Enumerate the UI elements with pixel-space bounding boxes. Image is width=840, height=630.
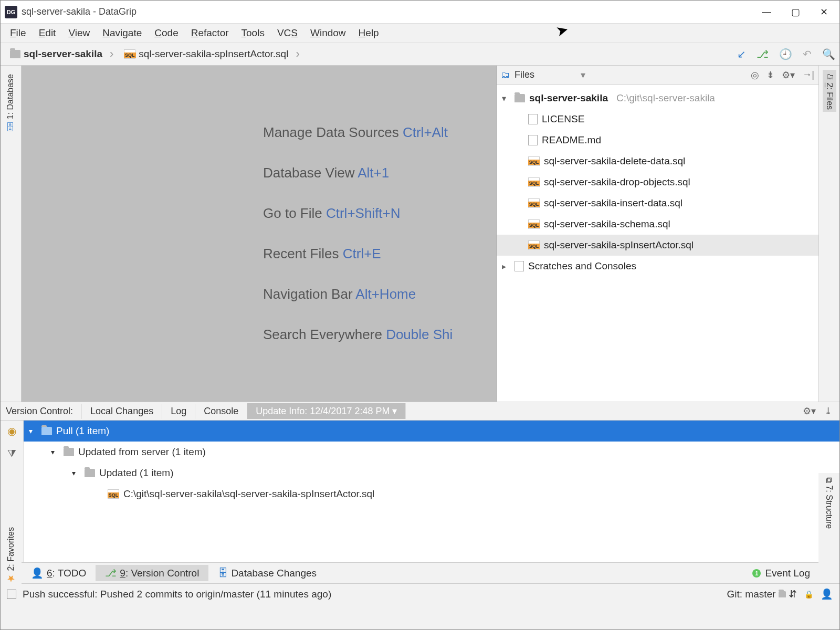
files-header-label[interactable]: Files	[514, 69, 534, 80]
vcs-history-icon[interactable]: 🕘	[779, 48, 792, 60]
vcs-update-tree: ▾ Pull (1 item) ▾ Updated from server (1…	[24, 421, 839, 562]
folder-icon	[10, 50, 20, 58]
vcs-tree-updated-from-server[interactable]: ▾ Updated from server (1 item)	[24, 442, 839, 463]
files-panel: 🗂 Files ▾ ◎ ⇟ ⚙▾ →| ▾ sql-server-sakila …	[496, 66, 818, 402]
vcs-tab-local-changes[interactable]: Local Changes	[82, 404, 162, 419]
chevron-down-icon[interactable]: ▾	[502, 93, 510, 103]
tree-file-schema[interactable]: SQLsql-server-sakila-schema.sql	[497, 214, 818, 235]
gear-icon[interactable]: ⚙▾	[782, 69, 795, 81]
search-icon[interactable]: 🔍	[822, 48, 835, 60]
memory-icon[interactable]: 👤	[821, 588, 833, 600]
close-icon[interactable]: ✕	[820, 6, 828, 18]
vcs-tree-pull[interactable]: ▾ Pull (1 item)	[24, 421, 839, 442]
collapse-icon[interactable]: ⇟	[766, 69, 774, 81]
bottom-tab-database-changes[interactable]: 🗄Database Changes	[208, 565, 326, 581]
menu-code[interactable]: Code	[149, 25, 183, 41]
event-log-badge: 1	[752, 569, 761, 578]
toolwindow-structure[interactable]: ⧉ 7: Structure	[823, 473, 835, 533]
chevron-down-icon[interactable]: ▾	[72, 469, 80, 477]
toolwindow-database[interactable]: 🗄 1: Database	[3, 72, 18, 133]
menu-help[interactable]: Help	[353, 25, 384, 41]
bottom-tab-event-log[interactable]: Event Log	[765, 568, 810, 579]
tree-file-readme[interactable]: README.md	[497, 130, 818, 151]
bottom-tab-todo[interactable]: 👤6: TODO	[22, 565, 96, 581]
status-box-icon[interactable]	[7, 590, 16, 599]
minimize-icon[interactable]: —	[762, 6, 771, 18]
left-toolwindow-bar-lower: ★ 2: Favorites	[1, 457, 22, 589]
hint-manage-datasources: Manage Data Sources Ctrl+Alt	[263, 124, 496, 141]
hide-icon[interactable]: →|	[802, 69, 814, 81]
tree-file-delete-data[interactable]: SQLsql-server-sakila-delete-data.sql	[497, 151, 818, 172]
tree-file-insert-data[interactable]: SQLsql-server-sakila-insert-data.sql	[497, 193, 818, 214]
right-toolwindow-bar: 🗂 2: Files	[818, 66, 839, 402]
menu-view[interactable]: View	[63, 25, 95, 41]
vcs-updated-from-server-label: Updated from server (1 item)	[78, 446, 206, 458]
git-branch-status[interactable]: Git: master ⇵	[727, 588, 797, 600]
vcs-branch-icon: ⎇	[105, 567, 117, 579]
titlebar: DG sql-server-sakila - DataGrip — ▢ ✕	[1, 1, 839, 24]
maximize-icon[interactable]: ▢	[791, 6, 800, 18]
menu-file[interactable]: File	[5, 25, 32, 41]
vcs-tab-update-info[interactable]: Update Info: 12/4/2017 2:48 PM ▾	[247, 403, 406, 419]
tree-project-root[interactable]: ▾ sql-server-sakila C:\git\sql-server-sa…	[497, 88, 818, 109]
files-panel-header: 🗂 Files ▾ ◎ ⇟ ⚙▾ →|	[497, 66, 818, 85]
bottom-tab-version-control[interactable]: ⎇9: Version Control	[96, 565, 208, 581]
scratches-icon	[514, 261, 524, 271]
sql-file-icon: SQL	[108, 489, 119, 499]
database-icon: 🗄	[5, 122, 16, 131]
menu-refactor[interactable]: Refactor	[186, 25, 234, 41]
vcs-tree-file[interactable]: SQL C:\git\sql-server-sakila\sql-server-…	[24, 484, 839, 505]
status-bar: Push successful: Pushed 2 commits to ori…	[1, 583, 839, 604]
vcs-tree-updated[interactable]: ▾ Updated (1 item)	[24, 463, 839, 484]
structure-icon: ⧉	[825, 477, 834, 483]
vcs-pull-icon[interactable]: ↙	[737, 48, 746, 60]
menu-vcs[interactable]: VCS	[272, 25, 303, 41]
toolwindow-files[interactable]: 🗂 2: Files	[823, 70, 836, 112]
sql-file-icon: SQL	[528, 156, 540, 166]
editor-area: Manage Data Sources Ctrl+Alt Database Vi…	[22, 66, 818, 402]
vcs-branch-icon[interactable]: ⎇	[757, 48, 769, 60]
version-control-header: Version Control: Local Changes Log Conso…	[1, 402, 839, 421]
chevron-right-icon[interactable]: ▸	[502, 261, 510, 271]
sql-file-icon: SQL	[124, 49, 135, 59]
files-toolwindow-icon: 🗂	[825, 72, 834, 80]
vcs-tab-log[interactable]: Log	[162, 404, 195, 419]
undo-icon[interactable]: ↶	[803, 48, 812, 60]
hide-panel-icon[interactable]: ⤓	[824, 405, 832, 417]
version-control-body: ◉ ⧩ ⇕ ⇵ ↩ » ▾ Pull (1 item) ▾ Updated fr…	[1, 421, 839, 562]
breadcrumb-root-label: sql-server-sakila	[24, 48, 102, 60]
chevron-down-icon[interactable]: ▾	[581, 69, 585, 81]
todo-icon: 👤	[31, 567, 44, 579]
menu-tools[interactable]: Tools	[236, 25, 270, 41]
scratches-label: Scratches and Consoles	[528, 260, 636, 272]
main-area: 🗄 1: Database Manage Data Sources Ctrl+A…	[1, 66, 839, 402]
nav-toolbar: sql-server-sakila SQL sql-server-sakila-…	[1, 43, 839, 66]
group-by-icon[interactable]: ◉	[7, 425, 16, 437]
sql-file-icon: SQL	[528, 177, 540, 187]
toolwindow-files-label: : Files	[825, 87, 834, 110]
vcs-title: Version Control:	[1, 404, 82, 419]
menu-navigate[interactable]: Navigate	[97, 25, 147, 41]
lock-icon[interactable]: 🔒	[804, 590, 813, 598]
tree-file-license[interactable]: LICENSE	[497, 109, 818, 130]
window-controls: — ▢ ✕	[762, 6, 835, 18]
breadcrumb-root[interactable]: sql-server-sakila	[5, 46, 119, 62]
tree-scratches[interactable]: ▸ Scratches and Consoles	[497, 256, 818, 277]
folder-icon	[64, 448, 74, 456]
vcs-updated-label: Updated (1 item)	[99, 467, 174, 479]
menu-window[interactable]: Window	[305, 25, 351, 41]
vcs-tab-console[interactable]: Console	[195, 404, 247, 419]
favorites-label: 2: Favorites	[6, 527, 15, 571]
chevron-down-icon[interactable]: ▾	[29, 427, 37, 435]
nav-right-icons: ↙ ⎇ 🕘 ↶ 🔍	[737, 48, 835, 60]
sql-file-icon: SQL	[528, 219, 540, 229]
chevron-down-icon[interactable]: ▾	[51, 448, 59, 456]
tree-file-drop-objects[interactable]: SQLsql-server-sakila-drop-objects.sql	[497, 172, 818, 193]
toolwindow-favorites[interactable]: ★ 2: Favorites	[4, 523, 18, 589]
tree-file-spinsertactor[interactable]: SQLsql-server-sakila-spInsertActor.sql	[497, 235, 818, 256]
sql-file-icon: SQL	[528, 240, 540, 250]
target-icon[interactable]: ◎	[751, 69, 759, 81]
menu-edit[interactable]: Edit	[34, 25, 61, 41]
breadcrumb-file[interactable]: SQL sql-server-sakila-spInsertActor.sql	[119, 46, 304, 62]
gear-icon[interactable]: ⚙▾	[803, 405, 816, 417]
